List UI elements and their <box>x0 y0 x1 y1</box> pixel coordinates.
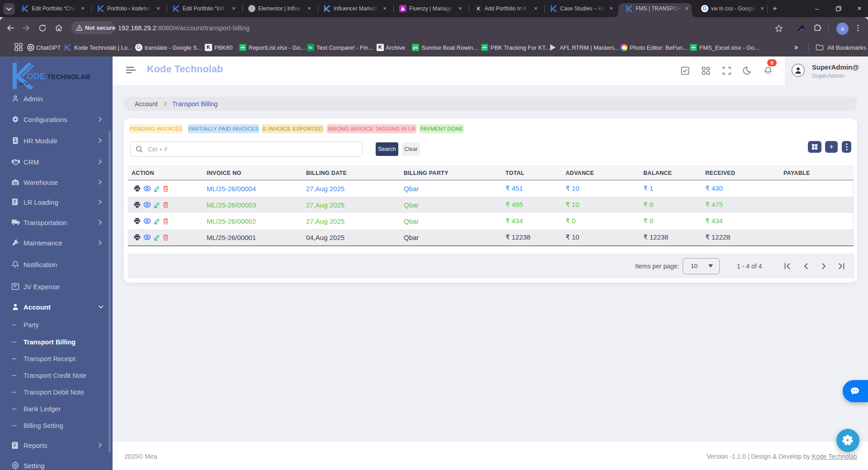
svg-text:</>: </> <box>19 81 28 87</box>
svg-text:TECHNOLAB: TECHNOLAB <box>47 73 90 80</box>
svg-text:ODE: ODE <box>27 71 46 81</box>
